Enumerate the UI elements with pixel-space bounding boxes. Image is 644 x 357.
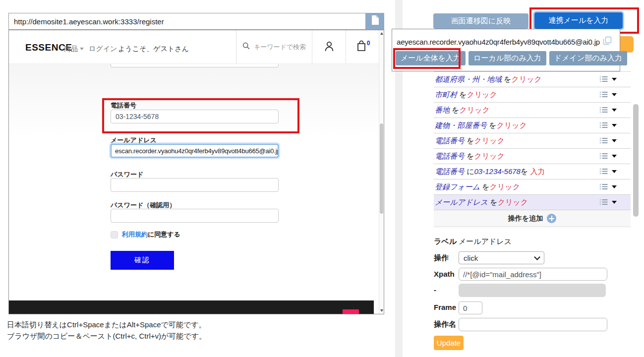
list-icon[interactable] (599, 106, 608, 115)
operation-select[interactable]: click (459, 251, 544, 264)
list-icon[interactable] (599, 198, 608, 207)
copy-url-button[interactable] (365, 13, 384, 30)
caret-down-icon[interactable] (612, 155, 617, 158)
scroll-to-top-button[interactable] (343, 309, 359, 314)
search-box[interactable]: キーワードで検索 (236, 30, 312, 63)
person-icon (324, 40, 335, 54)
terms-link[interactable]: 利用規約 (122, 231, 148, 238)
site-footer: ESSENCE ブログ お問い合わせ プライバシーポリシー 利用規約 (9, 300, 374, 314)
usage-tips: 日本語切り替えはCtrl+SpaceまたはAlt+Spaceで可能です。 ブラウ… (7, 319, 206, 342)
action-row[interactable]: 電話番号 をクリック (434, 133, 631, 149)
nav-products[interactable]: 商品 (64, 45, 84, 54)
action-row-text: 登録フォーム をクリック (435, 182, 520, 192)
phone-field[interactable] (111, 110, 279, 123)
terms-suffix: に同意する (148, 231, 180, 238)
action-row-text: 番地 をクリック (435, 106, 490, 115)
cart-count-badge: 0 (367, 40, 370, 47)
nav-login[interactable]: ログイン (89, 45, 117, 54)
linked-email-text: aeyescan.recorder.vyaohu4z0qr4ferb4yv89q… (397, 38, 600, 46)
action-row[interactable]: メールアドレス をクリック (434, 195, 631, 210)
cart-button[interactable]: 0 (346, 30, 380, 63)
copy-email-icon[interactable] (603, 36, 612, 47)
action-row[interactable]: 市町村 をクリック (434, 87, 631, 103)
action-row-text: 都道府県・州・地域 をクリック (435, 75, 542, 84)
frame-input[interactable] (459, 301, 482, 314)
browser-viewport: ESSENCE 商品 ログイン ようこそ、ゲストさん キーワードで検索 (8, 30, 384, 314)
action-row[interactable]: 都道府県・州・地域 をクリック (434, 72, 631, 87)
enter-domain-part-button[interactable]: ドメイン部のみ入力 (549, 51, 627, 65)
enter-linked-mail-button[interactable]: 連携メールを入力 (534, 12, 623, 29)
action-row[interactable]: 登録フォーム をクリック (434, 179, 631, 195)
chevron-down-icon (80, 48, 84, 50)
xpath-key: Xpath (434, 270, 455, 278)
list-icon[interactable] (599, 183, 608, 191)
tip-line: ブラウザ間のコピー＆ペースト(Ctrl+c, Ctrl+v)が可能です。 (7, 330, 206, 342)
plus-icon[interactable] (547, 214, 556, 223)
action-row[interactable]: 電話番号 をクリック (434, 149, 631, 164)
action-row-text: 電話番号 をクリック (435, 136, 505, 146)
disabled-value-field (459, 284, 606, 297)
scroll-down-arrow-icon[interactable] (380, 309, 383, 312)
opname-key: 操作名 (434, 320, 456, 329)
reflect-to-diagram-button[interactable]: 画面遷移図に反映 (433, 13, 528, 29)
dash-key: - (434, 286, 436, 294)
chevron-down-icon (534, 254, 540, 260)
caret-down-icon[interactable] (612, 170, 617, 173)
welcome-text: ようこそ、ゲストさん (118, 45, 189, 54)
list-icon[interactable] (599, 91, 608, 99)
browser-scrollbar-thumb[interactable] (380, 123, 383, 214)
enter-local-part-button[interactable]: ローカル部のみ入力 (468, 51, 546, 65)
action-row[interactable]: 電話番号 に03-1234-5678を 入力 (434, 164, 631, 179)
caret-down-icon[interactable] (612, 201, 617, 204)
caret-down-icon[interactable] (612, 109, 617, 112)
caret-down-icon[interactable] (612, 139, 617, 142)
password-confirm-field[interactable] (111, 209, 279, 223)
action-row-text: 建物・部屋番号 をクリック (435, 121, 527, 130)
add-action-label: 操作を追加 (508, 214, 543, 223)
action-list: 都道府県・州・地域 をクリック 市町村 をクリック 番地 をクリック 建物・部屋… (434, 71, 631, 227)
label-key: ラベル (434, 237, 457, 246)
aeyescan-recorder-window: http://demosite1.aeyescan.work:3333/regi… (0, 0, 644, 357)
action-row-text: 電話番号 に03-1234-5678を 入力 (435, 167, 545, 177)
action-row[interactable]: 建物・部屋番号 をクリック (434, 118, 631, 133)
action-row-text: 市町村 をクリック (435, 90, 497, 100)
list-icon[interactable] (599, 168, 608, 176)
caret-down-icon[interactable] (612, 124, 617, 127)
list-icon[interactable] (599, 75, 608, 84)
action-row[interactable]: 番地 をクリック (434, 103, 631, 118)
account-button[interactable] (312, 30, 346, 63)
caret-down-icon[interactable] (612, 185, 617, 188)
add-action-row[interactable]: 操作を追加 (434, 210, 631, 227)
panel-scrollbar-thumb[interactable] (633, 104, 639, 217)
action-row-text: 電話番号 をクリック (435, 152, 505, 161)
list-icon[interactable] (599, 152, 608, 161)
update-button[interactable]: Update (434, 336, 464, 350)
action-row-text: メールアドレス をクリック (435, 198, 528, 207)
linked-mail-popup: aeyescan.recorder.vyaohu4z0qr4ferb4yv89q… (392, 29, 620, 71)
xpath-input[interactable] (459, 268, 607, 281)
terms-checkbox[interactable] (111, 231, 118, 238)
caret-down-icon[interactable] (612, 93, 617, 96)
confirm-button[interactable]: 確認 (111, 251, 174, 270)
caret-down-icon[interactable] (612, 78, 617, 81)
list-icon[interactable] (599, 137, 608, 145)
label-value: メールアドレス (459, 237, 512, 246)
frame-key: Frame (434, 303, 456, 311)
copy-page-icon (370, 15, 380, 28)
search-icon (242, 42, 250, 52)
search-placeholder: キーワードで検索 (254, 43, 306, 52)
url-bar[interactable]: http://demosite1.aeyescan.work:3333/regi… (8, 13, 384, 30)
enter-full-mail-button[interactable]: メール全体を入力 (396, 51, 466, 65)
site-header: ESSENCE 商品 ログイン ようこそ、ゲストさん キーワードで検索 (9, 30, 379, 64)
browser-scrollbar[interactable] (379, 30, 384, 314)
phone-label: 電話番号 (111, 101, 136, 110)
list-icon[interactable] (599, 121, 608, 130)
email-field[interactable]: escan.recorder.vyaohu4z0qr4ferb4yv89qvot… (111, 144, 279, 158)
register-form: 電話番号 メールアドレス escan.recorder.vyaohu4z0qr4… (9, 63, 379, 314)
operation-name-input[interactable] (459, 318, 607, 331)
scroll-up-arrow-icon[interactable] (380, 32, 383, 35)
password-field[interactable] (111, 178, 279, 192)
url-text[interactable]: http://demosite1.aeyescan.work:3333/regi… (9, 17, 365, 26)
operation-key: 操作 (434, 253, 449, 263)
tip-line: 日本語切り替えはCtrl+SpaceまたはAlt+Spaceで可能です。 (7, 319, 206, 330)
